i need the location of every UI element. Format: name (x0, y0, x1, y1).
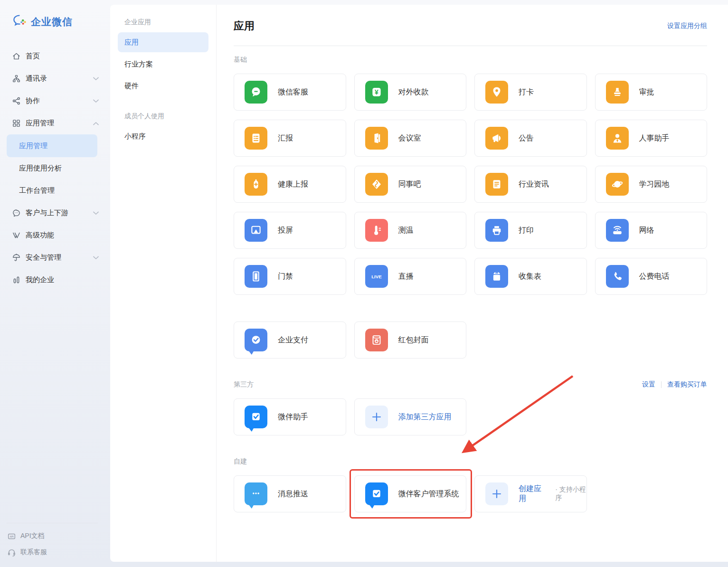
router-icon (606, 219, 629, 242)
app-name-suffix: · 支持小程序 (555, 485, 586, 502)
bubble-tail (368, 504, 374, 509)
wecom-logo[interactable]: 企业微信 (12, 14, 110, 29)
subnav-item[interactable]: 应用 (118, 32, 208, 52)
set-app-group-link[interactable]: 设置应用分组 (667, 22, 707, 30)
app-card[interactable]: 微信客服 (234, 74, 346, 111)
sidebar-item-label: 协作 (26, 96, 93, 105)
subnav-item[interactable]: 小程序 (118, 126, 208, 146)
app-name: 创建应用 (519, 484, 544, 504)
sidebar-item-4[interactable]: 客户与上下游 (11, 202, 110, 224)
phone-icon (606, 265, 629, 288)
contacts-icon (11, 74, 21, 84)
app-card[interactable]: 添加第三方应用 (354, 398, 467, 435)
app-name: 红包封面 (398, 335, 429, 345)
section-link[interactable]: 设置 (642, 380, 655, 389)
app-card[interactable]: 测温 (354, 212, 467, 249)
sidebar-item-label: 应用管理 (26, 119, 93, 128)
sidebar-subitem[interactable]: 工作台管理 (7, 180, 97, 202)
sidebar-item-label: 通讯录 (26, 74, 93, 83)
plus-icon (485, 482, 508, 505)
page-title: 应用 (234, 19, 255, 33)
company-icon (11, 275, 21, 285)
card-wrap: 打印 (474, 212, 587, 249)
sidebar-subitem[interactable]: 应用管理 (7, 134, 97, 157)
chevron-down-icon (93, 77, 99, 81)
sidebar-item-2[interactable]: 协作 (11, 90, 110, 112)
chevron-up-icon (93, 122, 99, 125)
card-wrap: 测温 (354, 212, 467, 249)
section-label: 第三方 (234, 380, 254, 389)
app-grid: 企业支付红包封面 (234, 321, 707, 359)
section-label: 基础 (234, 56, 247, 64)
subnav-group-title: 企业应用 (124, 18, 208, 27)
sidebar-item-5[interactable]: 高级功能 (11, 224, 110, 246)
app-card[interactable]: 企业支付 (234, 321, 346, 359)
card-wrap: 行业资讯 (474, 166, 587, 203)
sidebar-item-3[interactable]: 应用管理 (11, 112, 110, 134)
app-card[interactable]: 健康上报 (234, 166, 346, 203)
section-link[interactable]: 查看购买订单 (667, 380, 707, 389)
subnav-item[interactable]: 行业方案 (118, 54, 208, 74)
app-card[interactable]: ¥对外收款 (354, 74, 467, 111)
subnav-item[interactable]: 硬件 (118, 76, 208, 96)
left-sidebar: 企业微信 首页通讯录协作应用管理应用管理应用使用分析工作台管理客户与上下游高级功… (0, 0, 110, 567)
check-bubble-icon (245, 406, 267, 428)
section-header: 第三方设置查看购买订单 (234, 380, 707, 389)
app-card[interactable]: 微伴客户管理系统 (354, 475, 467, 512)
card-wrap: 人事助手 (595, 120, 708, 157)
app-card[interactable]: 打印 (474, 212, 587, 249)
secondary-nav: 企业应用应用行业方案硬件成员个人使用小程序 (110, 5, 217, 562)
app-card[interactable]: 公告 (474, 120, 587, 157)
sidebar-item-0[interactable]: 首页 (11, 45, 110, 67)
app-card[interactable]: 门禁 (234, 258, 346, 295)
printer-icon (485, 219, 508, 242)
card-wrap: 添加第三方应用 (354, 398, 467, 435)
app-card[interactable]: 人事助手 (595, 120, 708, 157)
app-card[interactable]: 红包封面 (354, 321, 467, 359)
card-wrap: 健康上报 (234, 166, 346, 203)
diamond-icon (365, 173, 388, 196)
section-header: 自建 (234, 457, 707, 466)
app-card[interactable]: 消息推送 (234, 475, 346, 512)
app-card[interactable]: 会议室 (354, 120, 467, 157)
security-icon (11, 253, 21, 263)
app-card[interactable]: 汇报 (234, 120, 346, 157)
subnav-group-title: 成员个人使用 (124, 112, 208, 121)
pin-icon (485, 81, 508, 104)
app-name: 学习园地 (639, 180, 670, 189)
app-card[interactable]: 同事吧 (354, 166, 467, 203)
card-wrap: 消息推送 (234, 475, 346, 512)
app-card[interactable]: LIVE直播 (354, 258, 467, 295)
customer-icon (11, 208, 21, 218)
card-wrap: 审批 (595, 74, 708, 111)
app-card[interactable]: 行业资讯 (474, 166, 587, 203)
thermo-icon (365, 219, 388, 242)
app-card[interactable]: 学习园地 (595, 166, 708, 203)
app-card[interactable]: 微伴助手 (234, 398, 346, 435)
app-name: 审批 (639, 87, 654, 97)
chat-dash-icon (245, 81, 267, 104)
card-wrap: 同事吧 (354, 166, 467, 203)
card-wrap: 汇报 (234, 120, 346, 157)
app-card[interactable]: 收集表 (474, 258, 587, 295)
app-card[interactable]: 创建应用· 支持小程序 (474, 475, 587, 512)
advanced-icon (11, 231, 21, 240)
sidebar-footer-item[interactable]: APIAPI文档 (7, 528, 98, 544)
app-card[interactable]: 公费电话 (595, 258, 708, 295)
app-name: 公告 (519, 133, 534, 143)
app-card[interactable]: 投屏 (234, 212, 346, 249)
chevron-down-icon (93, 99, 99, 103)
sidebar-item-6[interactable]: 安全与管理 (11, 246, 110, 269)
sidebar-item-1[interactable]: 通讯录 (11, 67, 110, 90)
link-separator (661, 381, 662, 388)
sidebar-item-7[interactable]: 我的企业 (11, 269, 110, 291)
app-card[interactable]: 网络 (595, 212, 708, 249)
card-wrap: 打卡 (474, 74, 587, 111)
app-name: 公费电话 (639, 272, 670, 282)
svg-text:LIVE: LIVE (371, 274, 382, 279)
sidebar-footer-item[interactable]: 联系客服 (7, 544, 98, 560)
sidebar-subitem[interactable]: 应用使用分析 (7, 157, 97, 180)
app-card[interactable]: 审批 (595, 74, 708, 111)
svg-text:¥: ¥ (375, 88, 378, 96)
app-card[interactable]: 打卡 (474, 74, 587, 111)
